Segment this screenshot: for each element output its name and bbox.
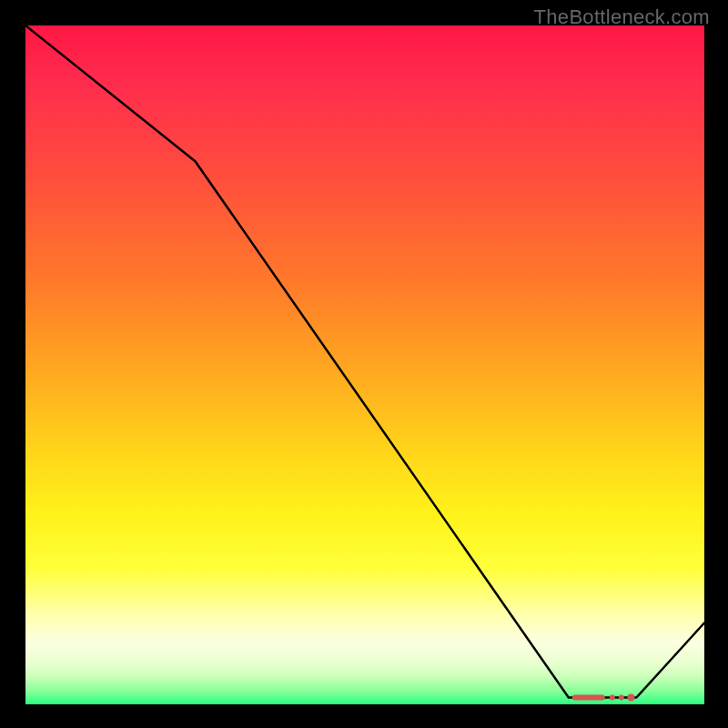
chart-line-group	[25, 25, 704, 698]
plot-area	[25, 25, 704, 704]
marker-dash	[572, 695, 605, 701]
marker-dot	[610, 695, 615, 701]
marker-dot	[619, 695, 624, 701]
marker-dot	[627, 694, 634, 702]
chart-overlay	[25, 25, 704, 704]
chart-line	[25, 25, 704, 698]
chart-container: TheBottleneck.com	[0, 0, 728, 728]
